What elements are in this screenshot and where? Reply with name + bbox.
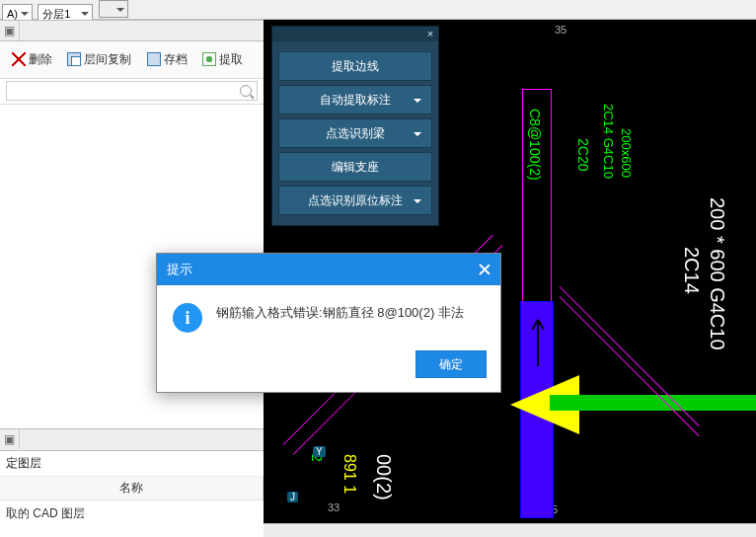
ok-button[interactable]: 确定 bbox=[416, 350, 487, 378]
specified-layer-title: 定图层 bbox=[0, 451, 264, 477]
layers-table-row[interactable]: 取的 CAD 图层 bbox=[0, 500, 264, 527]
node-label-j: J bbox=[287, 492, 298, 502]
cad-text-2c14-w: 2C14 bbox=[680, 247, 703, 294]
dialog-message: 钢筋输入格式错误:钢筋直径 8@100(2) 非法 bbox=[216, 303, 464, 333]
archive-label: 存档 bbox=[164, 51, 188, 68]
node-label-y: Y bbox=[313, 446, 326, 457]
search-input[interactable] bbox=[6, 81, 258, 101]
archive-button[interactable]: 存档 bbox=[141, 45, 193, 73]
floating-menu-titlebar[interactable]: × bbox=[272, 27, 438, 41]
search-row bbox=[0, 79, 264, 105]
cad-text-891: 891 1 bbox=[340, 454, 358, 494]
save-icon bbox=[147, 52, 161, 66]
top-dropdown-strip: A) 分层1 bbox=[0, 0, 756, 20]
copy-icon bbox=[67, 52, 81, 66]
panel-collapse-icon[interactable]: ▣ bbox=[0, 21, 20, 40]
toolbar-row: 删除 层间复制 存档 提取 bbox=[0, 41, 264, 79]
extract-label: 提取 bbox=[219, 51, 243, 68]
panel-header-top: ▣ bbox=[0, 20, 264, 41]
panel-header-layers: ▣ bbox=[0, 429, 264, 451]
point-identify-origin-button[interactable]: 点选识别原位标注 bbox=[278, 186, 432, 215]
col-name-header: 名称 bbox=[0, 477, 264, 499]
floating-identify-menu: × 提取边线 自动提取标注 点选识别梁 编辑支座 点选识别原位标注 bbox=[271, 26, 439, 226]
close-icon[interactable]: × bbox=[424, 28, 436, 39]
extract-icon bbox=[202, 52, 216, 66]
dialog-title-text: 提示 bbox=[167, 262, 192, 276]
cad-text-c8: C8@100(2) bbox=[527, 109, 543, 181]
grid-number-top: 35 bbox=[555, 24, 567, 36]
extract-button[interactable]: 提取 bbox=[196, 45, 249, 73]
edit-support-button[interactable]: 编辑支座 bbox=[278, 152, 432, 182]
layers-table-header: 名称 bbox=[0, 477, 264, 500]
point-identify-beam-button[interactable]: 点选识别梁 bbox=[278, 118, 432, 148]
error-dialog: 提示 i 钢筋输入格式错误:钢筋直径 8@100(2) 非法 确定 bbox=[156, 253, 501, 393]
close-icon[interactable] bbox=[477, 262, 492, 277]
cad-text-2c20: 2C20 bbox=[575, 138, 591, 171]
search-icon[interactable] bbox=[240, 85, 252, 97]
extract-edge-button[interactable]: 提取边线 bbox=[278, 51, 432, 81]
arrow-up-icon bbox=[528, 312, 548, 371]
cad-text-00-2: 00(2) bbox=[372, 454, 395, 500]
dialog-titlebar[interactable]: 提示 bbox=[157, 254, 500, 285]
canvas-tabbar bbox=[264, 523, 756, 537]
dropdown-c[interactable] bbox=[99, 0, 128, 18]
grid-number-bottom-left: 33 bbox=[328, 501, 340, 513]
cad-text-200x600: 200x600 bbox=[619, 128, 634, 178]
delete-button[interactable]: 删除 bbox=[6, 45, 58, 73]
auto-extract-annot-button[interactable]: 自动提取标注 bbox=[278, 85, 432, 115]
dim-line-4 bbox=[560, 296, 700, 436]
delete-label: 删除 bbox=[29, 51, 52, 68]
panel-collapse-icon[interactable]: ▣ bbox=[0, 429, 20, 449]
beam-green bbox=[550, 395, 756, 411]
cad-text-200-600: 200 * 600 G4C10 bbox=[706, 197, 728, 350]
layers-panel: ▣ 定图层 名称 取的 CAD 图层 bbox=[0, 428, 264, 527]
cad-text-2c14-a: 2C14 G4C10 bbox=[601, 104, 616, 179]
interfloor-copy-label: 层间复制 bbox=[84, 51, 131, 68]
delete-icon bbox=[12, 52, 26, 66]
interfloor-copy-button[interactable]: 层间复制 bbox=[61, 45, 137, 73]
info-icon: i bbox=[173, 303, 202, 333]
